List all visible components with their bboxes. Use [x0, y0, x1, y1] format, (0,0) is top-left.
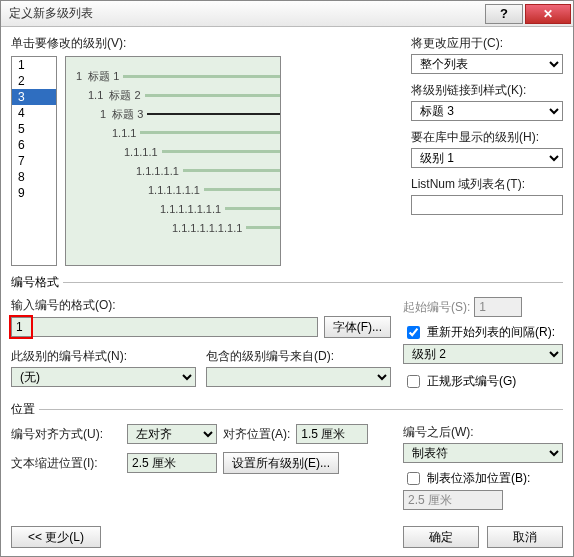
tab-add-checkbox-row[interactable]: 制表位添加位置(B): — [403, 469, 563, 488]
start-at-label: 起始编号(S): — [403, 299, 470, 316]
legal-label: 正规形式编号(G) — [427, 373, 516, 390]
dialog-footer: << 更少(L) 确定 取消 — [1, 518, 573, 556]
dialog-window: 定义新多级列表 ? ✕ 单击要修改的级别(V): 123456789 1 标题 … — [0, 0, 574, 557]
tab-add-checkbox[interactable] — [407, 472, 420, 485]
indent-label: 文本缩进位置(I): — [11, 455, 121, 472]
restart-level-select[interactable]: 级别 2 — [403, 344, 563, 364]
window-title: 定义新多级列表 — [9, 5, 483, 22]
num-style-select[interactable]: (无) — [11, 367, 196, 387]
level-item-8[interactable]: 8 — [12, 169, 56, 185]
level-item-6[interactable]: 6 — [12, 137, 56, 153]
gallery-level-label: 要在库中显示的级别(H): — [411, 129, 563, 146]
listnum-input[interactable] — [411, 195, 563, 215]
level-item-3[interactable]: 3 — [12, 89, 56, 105]
position-group: 位置 编号对齐方式(U): 左对齐 对齐位置(A): 文本缩进位置(I): 设置… — [11, 401, 563, 510]
align-label: 编号对齐方式(U): — [11, 426, 121, 443]
align-at-input[interactable] — [296, 424, 368, 444]
restart-checkbox[interactable] — [407, 326, 420, 339]
tab-add-label: 制表位添加位置(B): — [427, 470, 530, 487]
cancel-button[interactable]: 取消 — [487, 526, 563, 548]
titlebar[interactable]: 定义新多级列表 ? ✕ — [1, 1, 573, 27]
level-item-7[interactable]: 7 — [12, 153, 56, 169]
legal-checkbox-row[interactable]: 正规形式编号(G) — [403, 372, 563, 391]
follow-select[interactable]: 制表符 — [403, 443, 563, 463]
close-button[interactable]: ✕ — [525, 4, 571, 24]
link-style-label: 将级别链接到样式(K): — [411, 82, 563, 99]
indent-input[interactable] — [127, 453, 217, 473]
include-from-label: 包含的级别编号来自(D): — [206, 348, 391, 365]
ok-button[interactable]: 确定 — [403, 526, 479, 548]
include-from-select[interactable] — [206, 367, 391, 387]
enter-format-label: 输入编号的格式(O): — [11, 297, 391, 314]
less-button[interactable]: << 更少(L) — [11, 526, 101, 548]
restart-label: 重新开始列表的间隔(R): — [427, 324, 555, 341]
number-format-input[interactable] — [11, 317, 318, 337]
content-area: 单击要修改的级别(V): 123456789 1 标题 11.1 标题 21 标… — [1, 27, 573, 518]
preview-pane: 1 标题 11.1 标题 21 标题 31.1.11.1.1.11.1.1.1.… — [65, 56, 281, 266]
number-format-legend: 编号格式 — [11, 274, 63, 291]
apply-to-label: 将更改应用于(C): — [411, 35, 563, 52]
apply-to-select[interactable]: 整个列表 — [411, 54, 563, 74]
level-item-9[interactable]: 9 — [12, 185, 56, 201]
level-item-5[interactable]: 5 — [12, 121, 56, 137]
level-listbox[interactable]: 123456789 — [11, 56, 57, 266]
listnum-label: ListNum 域列表名(T): — [411, 176, 563, 193]
position-legend: 位置 — [11, 401, 39, 418]
align-at-label: 对齐位置(A): — [223, 426, 290, 443]
start-at-input — [474, 297, 522, 317]
click-level-label: 单击要修改的级别(V): — [11, 35, 281, 52]
level-item-1[interactable]: 1 — [12, 57, 56, 73]
level-item-4[interactable]: 4 — [12, 105, 56, 121]
gallery-level-select[interactable]: 级别 1 — [411, 148, 563, 168]
align-select[interactable]: 左对齐 — [127, 424, 217, 444]
follow-label: 编号之后(W): — [403, 424, 563, 441]
font-button[interactable]: 字体(F)... — [324, 316, 391, 338]
level-item-2[interactable]: 2 — [12, 73, 56, 89]
num-style-label: 此级别的编号样式(N): — [11, 348, 196, 365]
number-format-group: 编号格式 输入编号的格式(O): 字体(F)... 此级别的编号样式(N): — [11, 274, 563, 391]
tab-add-input — [403, 490, 503, 510]
restart-checkbox-row[interactable]: 重新开始列表的间隔(R): — [403, 323, 563, 342]
legal-checkbox[interactable] — [407, 375, 420, 388]
set-all-levels-button[interactable]: 设置所有级别(E)... — [223, 452, 339, 474]
help-button[interactable]: ? — [485, 4, 523, 24]
link-style-select[interactable]: 标题 3 — [411, 101, 563, 121]
